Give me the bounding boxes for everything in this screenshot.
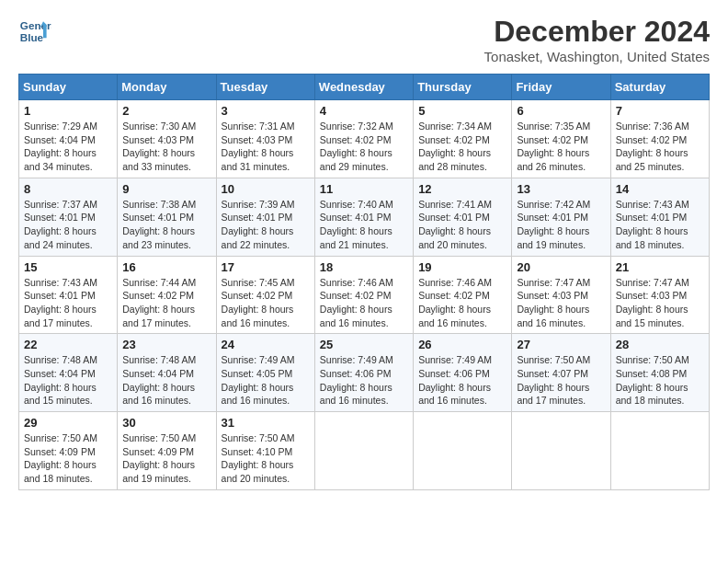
day-number: 2 bbox=[122, 104, 210, 118]
day-info: Sunrise: 7:30 AMSunset: 4:03 PMDaylight:… bbox=[122, 120, 210, 174]
calendar-cell: 29Sunrise: 7:50 AMSunset: 4:09 PMDayligh… bbox=[19, 412, 118, 490]
calendar-cell: 8Sunrise: 7:37 AMSunset: 4:01 PMDaylight… bbox=[19, 178, 118, 256]
week-row-3: 15Sunrise: 7:43 AMSunset: 4:01 PMDayligh… bbox=[19, 256, 710, 334]
day-info: Sunrise: 7:50 AMSunset: 4:07 PMDaylight:… bbox=[517, 353, 605, 408]
calendar-cell: 17Sunrise: 7:45 AMSunset: 4:02 PMDayligh… bbox=[216, 256, 314, 334]
calendar-cell: 10Sunrise: 7:39 AMSunset: 4:01 PMDayligh… bbox=[216, 178, 314, 256]
day-info: Sunrise: 7:32 AMSunset: 4:02 PMDaylight:… bbox=[320, 120, 408, 174]
day-info: Sunrise: 7:40 AMSunset: 4:01 PMDaylight:… bbox=[320, 198, 408, 252]
day-number: 15 bbox=[24, 260, 112, 274]
calendar-cell: 14Sunrise: 7:43 AMSunset: 4:01 PMDayligh… bbox=[610, 178, 709, 256]
svg-text:General: General bbox=[20, 19, 51, 31]
day-info: Sunrise: 7:49 AMSunset: 4:06 PMDaylight:… bbox=[418, 353, 506, 408]
day-info: Sunrise: 7:36 AMSunset: 4:02 PMDaylight:… bbox=[616, 120, 704, 174]
month-title: December 2024 bbox=[484, 15, 710, 49]
day-info: Sunrise: 7:47 AMSunset: 4:03 PMDaylight:… bbox=[616, 276, 704, 330]
calendar-cell: 25Sunrise: 7:49 AMSunset: 4:06 PMDayligh… bbox=[314, 334, 413, 412]
day-info: Sunrise: 7:41 AMSunset: 4:01 PMDaylight:… bbox=[418, 198, 506, 252]
day-info: Sunrise: 7:47 AMSunset: 4:03 PMDaylight:… bbox=[517, 276, 605, 330]
day-info: Sunrise: 7:43 AMSunset: 4:01 PMDaylight:… bbox=[616, 198, 704, 252]
day-info: Sunrise: 7:45 AMSunset: 4:02 PMDaylight:… bbox=[222, 276, 310, 330]
calendar-cell: 6Sunrise: 7:35 AMSunset: 4:02 PMDaylight… bbox=[512, 100, 610, 178]
calendar-cell: 15Sunrise: 7:43 AMSunset: 4:01 PMDayligh… bbox=[19, 256, 118, 334]
day-number: 9 bbox=[122, 182, 210, 196]
calendar-cell: 27Sunrise: 7:50 AMSunset: 4:07 PMDayligh… bbox=[512, 334, 610, 412]
day-number: 23 bbox=[122, 338, 210, 351]
day-number: 6 bbox=[517, 104, 605, 118]
week-row-1: 1Sunrise: 7:29 AMSunset: 4:04 PMDaylight… bbox=[19, 100, 710, 178]
week-row-2: 8Sunrise: 7:37 AMSunset: 4:01 PMDaylight… bbox=[19, 178, 710, 256]
week-row-4: 22Sunrise: 7:48 AMSunset: 4:04 PMDayligh… bbox=[19, 334, 710, 412]
week-row-5: 29Sunrise: 7:50 AMSunset: 4:09 PMDayligh… bbox=[19, 412, 710, 490]
day-number: 12 bbox=[418, 182, 506, 196]
day-header-friday: Friday bbox=[512, 75, 610, 100]
day-number: 4 bbox=[320, 104, 408, 118]
day-info: Sunrise: 7:44 AMSunset: 4:02 PMDaylight:… bbox=[122, 276, 210, 330]
day-number: 10 bbox=[222, 182, 310, 196]
day-info: Sunrise: 7:49 AMSunset: 4:05 PMDaylight:… bbox=[222, 353, 310, 408]
calendar-cell: 18Sunrise: 7:46 AMSunset: 4:02 PMDayligh… bbox=[314, 256, 413, 334]
day-number: 30 bbox=[122, 416, 210, 430]
calendar-cell: 16Sunrise: 7:44 AMSunset: 4:02 PMDayligh… bbox=[118, 256, 216, 334]
calendar-cell: 11Sunrise: 7:40 AMSunset: 4:01 PMDayligh… bbox=[314, 178, 413, 256]
day-number: 14 bbox=[616, 182, 704, 196]
calendar-cell bbox=[610, 412, 709, 490]
calendar-cell: 19Sunrise: 7:46 AMSunset: 4:02 PMDayligh… bbox=[414, 256, 512, 334]
day-number: 1 bbox=[24, 104, 112, 118]
day-info: Sunrise: 7:43 AMSunset: 4:01 PMDaylight:… bbox=[24, 276, 112, 330]
day-info: Sunrise: 7:50 AMSunset: 4:08 PMDaylight:… bbox=[616, 353, 704, 408]
day-number: 13 bbox=[517, 182, 605, 196]
day-header-tuesday: Tuesday bbox=[216, 75, 314, 100]
calendar-cell: 28Sunrise: 7:50 AMSunset: 4:08 PMDayligh… bbox=[610, 334, 709, 412]
day-number: 26 bbox=[418, 338, 506, 351]
calendar-cell: 12Sunrise: 7:41 AMSunset: 4:01 PMDayligh… bbox=[414, 178, 512, 256]
day-info: Sunrise: 7:38 AMSunset: 4:01 PMDaylight:… bbox=[122, 198, 210, 252]
day-info: Sunrise: 7:49 AMSunset: 4:06 PMDaylight:… bbox=[320, 353, 408, 408]
calendar-cell: 13Sunrise: 7:42 AMSunset: 4:01 PMDayligh… bbox=[512, 178, 610, 256]
title-area: December 2024 Tonasket, Washington, Unit… bbox=[484, 15, 710, 64]
calendar-cell: 3Sunrise: 7:31 AMSunset: 4:03 PMDaylight… bbox=[216, 100, 314, 178]
day-number: 25 bbox=[320, 338, 408, 351]
day-number: 16 bbox=[122, 260, 210, 274]
calendar-cell: 22Sunrise: 7:48 AMSunset: 4:04 PMDayligh… bbox=[19, 334, 118, 412]
logo-icon: General Blue bbox=[18, 15, 51, 48]
calendar-table: SundayMondayTuesdayWednesdayThursdayFrid… bbox=[18, 74, 710, 490]
svg-text:Blue: Blue bbox=[20, 31, 44, 43]
day-number: 29 bbox=[24, 416, 112, 430]
day-info: Sunrise: 7:50 AMSunset: 4:09 PMDaylight:… bbox=[122, 431, 210, 486]
day-number: 11 bbox=[320, 182, 408, 196]
day-number: 3 bbox=[222, 104, 310, 118]
day-number: 31 bbox=[222, 416, 310, 430]
day-header-sunday: Sunday bbox=[19, 75, 118, 100]
day-number: 22 bbox=[24, 338, 112, 351]
day-number: 18 bbox=[320, 260, 408, 274]
calendar-cell bbox=[414, 412, 512, 490]
calendar-cell: 5Sunrise: 7:34 AMSunset: 4:02 PMDaylight… bbox=[414, 100, 512, 178]
day-info: Sunrise: 7:35 AMSunset: 4:02 PMDaylight:… bbox=[517, 120, 605, 174]
day-number: 5 bbox=[418, 104, 506, 118]
day-number: 27 bbox=[517, 338, 605, 351]
day-info: Sunrise: 7:46 AMSunset: 4:02 PMDaylight:… bbox=[418, 276, 506, 330]
day-number: 17 bbox=[222, 260, 310, 274]
calendar-cell: 2Sunrise: 7:30 AMSunset: 4:03 PMDaylight… bbox=[118, 100, 216, 178]
calendar-cell: 7Sunrise: 7:36 AMSunset: 4:02 PMDaylight… bbox=[610, 100, 709, 178]
day-info: Sunrise: 7:50 AMSunset: 4:09 PMDaylight:… bbox=[24, 431, 112, 486]
calendar-cell: 30Sunrise: 7:50 AMSunset: 4:09 PMDayligh… bbox=[118, 412, 216, 490]
day-number: 7 bbox=[616, 104, 704, 118]
day-info: Sunrise: 7:39 AMSunset: 4:01 PMDaylight:… bbox=[222, 198, 310, 252]
logo: General Blue bbox=[18, 15, 51, 48]
day-info: Sunrise: 7:50 AMSunset: 4:10 PMDaylight:… bbox=[222, 431, 310, 486]
calendar-cell bbox=[314, 412, 413, 490]
day-number: 20 bbox=[517, 260, 605, 274]
day-info: Sunrise: 7:31 AMSunset: 4:03 PMDaylight:… bbox=[222, 120, 310, 174]
calendar-cell: 26Sunrise: 7:49 AMSunset: 4:06 PMDayligh… bbox=[414, 334, 512, 412]
day-header-wednesday: Wednesday bbox=[314, 75, 413, 100]
calendar-cell bbox=[512, 412, 610, 490]
calendar-cell: 20Sunrise: 7:47 AMSunset: 4:03 PMDayligh… bbox=[512, 256, 610, 334]
day-info: Sunrise: 7:48 AMSunset: 4:04 PMDaylight:… bbox=[24, 353, 112, 408]
calendar-cell: 4Sunrise: 7:32 AMSunset: 4:02 PMDaylight… bbox=[314, 100, 413, 178]
calendar-cell: 1Sunrise: 7:29 AMSunset: 4:04 PMDaylight… bbox=[19, 100, 118, 178]
day-number: 8 bbox=[24, 182, 112, 196]
day-info: Sunrise: 7:37 AMSunset: 4:01 PMDaylight:… bbox=[24, 198, 112, 252]
day-number: 19 bbox=[418, 260, 506, 274]
